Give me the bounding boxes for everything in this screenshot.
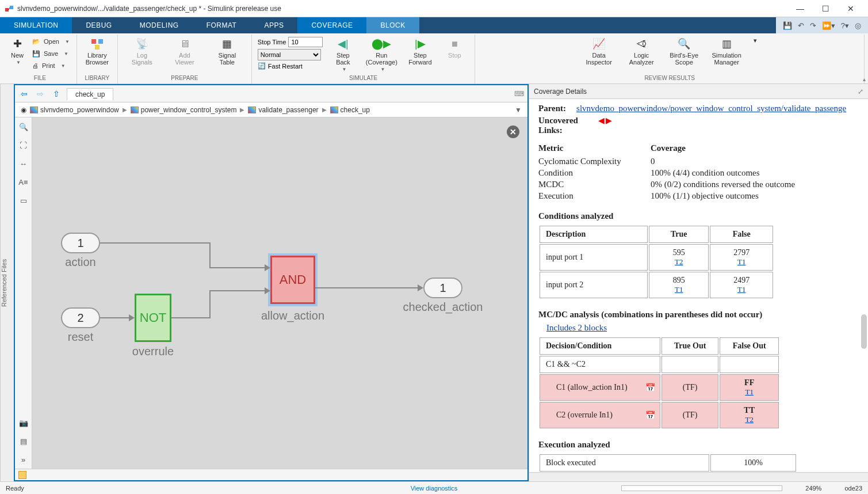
tab-apps[interactable]: APPS [250, 17, 297, 33]
solver-label[interactable]: ode23 [844, 485, 862, 492]
arrowhead-icon [265, 264, 270, 271]
more-icon[interactable]: » [18, 454, 29, 465]
referenced-files-rail[interactable]: Referenced Files [0, 84, 14, 481]
close-highlight-icon[interactable]: ✕ [507, 126, 519, 138]
collapse-toolstrip-icon[interactable]: ▴ [863, 76, 866, 82]
table-icon: ▦ [220, 37, 234, 51]
qat-save-icon[interactable]: 💾 [783, 21, 792, 30]
snapshot-icon[interactable]: 📷 [18, 417, 29, 428]
close-button[interactable]: ✕ [838, 1, 863, 17]
crumb-0[interactable]: slvnvdemo_powerwindow [30, 106, 119, 114]
sim-manager-button[interactable]: ▥Simulation Manager [706, 36, 747, 67]
inport-action[interactable]: 1 [61, 233, 100, 253]
qat-target-icon[interactable]: ◎ [855, 21, 861, 30]
model-icon [131, 107, 139, 113]
qat-help-icon[interactable]: ?▾ [841, 21, 849, 30]
annotate-icon[interactable]: A≡ [18, 176, 29, 188]
fit-icon[interactable]: ⛶ [18, 139, 29, 151]
test-link[interactable]: T1 [745, 387, 753, 396]
outport-checked-action[interactable]: 1 [423, 278, 462, 298]
logic-analyzer-button[interactable]: ⏿Logic Analyzer [621, 36, 662, 67]
tab-modeling[interactable]: MODELING [126, 17, 193, 33]
print-button[interactable]: 🖨 Print▼ [29, 60, 73, 71]
minimize-button[interactable]: — [787, 1, 813, 17]
vertical-scrollbar[interactable] [861, 314, 867, 349]
add-viewer-button[interactable]: 🖥Add Viewer [164, 36, 205, 67]
model-hierarchy-icon[interactable]: ◉ [21, 106, 26, 114]
area-icon[interactable]: ▭ [18, 195, 29, 206]
new-button[interactable]: ✚ New ▼ [7, 36, 28, 66]
tab-simulation[interactable]: SIMULATION [0, 17, 72, 33]
execution-table: Block executed100% [538, 453, 797, 472]
date-icon[interactable]: 📅 [645, 383, 655, 393]
test-link[interactable]: T1 [716, 257, 767, 267]
tab-block[interactable]: BLOCK [366, 17, 419, 33]
explorer-icon[interactable]: ▤ [18, 435, 29, 447]
zoom-level[interactable]: 249% [805, 485, 821, 492]
simulation-mode-select[interactable]: Normal [258, 49, 321, 60]
tab-format[interactable]: FORMAT [193, 17, 251, 33]
qat-redo-icon[interactable]: ↷ [810, 21, 816, 30]
crumb-2[interactable]: validate_passenger [248, 106, 318, 114]
crumb-3[interactable]: check_up [330, 106, 370, 114]
open-button[interactable]: 📂 Open▼ [29, 36, 73, 47]
toolstrip: ✚ New ▼ 📂 Open▼ 💾 Save▼ 🖨 Print▼ FILE Li… [0, 33, 868, 84]
view-diagnostics-link[interactable]: View diagnostics [411, 485, 458, 492]
horizontal-scrollbar[interactable] [529, 472, 868, 481]
library-browser-button[interactable]: Library Browser [81, 36, 114, 67]
table-row: C1 (allow_action In1)📅 (TF) FFT1 [540, 374, 779, 401]
crumb-1[interactable]: power_window_control_system [131, 106, 237, 114]
inport-reset[interactable]: 2 [61, 307, 100, 328]
group-simulate: Stop Time Normal 🔄 Fast Restart ◀|Step B… [252, 35, 476, 83]
qat-undo-icon[interactable]: ↶ [798, 21, 804, 30]
run-button[interactable]: ⬤▶Run (Coverage)▼ [361, 36, 402, 73]
nav-up-button[interactable]: ⇧ [51, 88, 62, 100]
data-inspector-button[interactable]: 📈Data Inspector [578, 36, 620, 67]
signal-table-button[interactable]: ▦Signal Table [207, 36, 248, 67]
parent-label: Parent: [538, 104, 566, 113]
test-link[interactable]: T1 [655, 285, 702, 294]
stop-button[interactable]: ■Stop [438, 36, 471, 60]
save-button[interactable]: 💾 Save▼ [29, 48, 73, 59]
fast-restart-toggle[interactable]: 🔄 Fast Restart [258, 62, 323, 70]
arrow-right-icon[interactable]: ▶ [606, 116, 612, 126]
toolstrip-expand-button[interactable]: ▾ [750, 36, 761, 45]
arrow-left-icon[interactable]: ◀ [598, 116, 605, 126]
tab-coverage[interactable]: COVERAGE [297, 17, 366, 33]
maximize-button[interactable]: ☐ [813, 1, 838, 17]
breadcrumb-dropdown[interactable]: ▼ [515, 106, 522, 114]
progress-bar [621, 485, 782, 491]
test-link[interactable]: T2 [655, 257, 702, 267]
includes-link[interactable]: Includes 2 blocks [538, 323, 856, 333]
step-back-button[interactable]: ◀|Step Back▼ [326, 36, 360, 73]
toolstrip-tabs: SIMULATION DEBUG MODELING FORMAT APPS CO… [0, 17, 868, 33]
step-back-icon: ◀| [336, 37, 350, 51]
block-overrule[interactable]: NOT [135, 294, 171, 342]
tab-debug[interactable]: DEBUG [72, 17, 125, 33]
parent-link[interactable]: slvnvdemo_powerwindow/power_window_contr… [576, 104, 846, 113]
test-link[interactable]: T2 [745, 415, 753, 424]
simulink-canvas[interactable]: ✕ 1 2 NOT AND 1 [32, 117, 527, 469]
zoom-icon[interactable]: 🔍 [18, 121, 29, 132]
document-tab[interactable]: check_up [67, 88, 113, 100]
library-icon [90, 37, 104, 51]
uncovered-arrows[interactable]: ◀▶ [598, 116, 612, 126]
arrowhead-icon [418, 284, 423, 291]
step-forward-button[interactable]: |▶Step Forward [403, 36, 437, 67]
panel-maximize-icon[interactable]: ⤢ [858, 88, 863, 96]
block-allow-action[interactable]: AND [270, 256, 315, 304]
conditions-title: Conditions analyzed [538, 211, 856, 221]
date-icon[interactable]: 📅 [645, 411, 655, 420]
test-link[interactable]: T1 [716, 285, 767, 294]
stop-time-input[interactable] [288, 37, 323, 47]
nav-forward-button[interactable]: ⇨ [35, 88, 46, 100]
coverage-body[interactable]: Parent: slvnvdemo_powerwindow/power_wind… [529, 99, 868, 472]
birds-eye-button[interactable]: 🔍Bird's-Eye Scope [663, 36, 705, 67]
autoarrange-icon[interactable]: ↔ [18, 158, 29, 169]
qat-commands-icon[interactable]: ⏩▾ [822, 21, 835, 30]
log-signals-button[interactable]: 📡Log Signals [121, 36, 163, 67]
nav-back-button[interactable]: ⇦ [18, 88, 30, 100]
keyboard-icon[interactable]: ⌨ [514, 90, 524, 98]
canvas-badge-icon[interactable] [18, 471, 26, 479]
inspector-icon: 📈 [592, 37, 606, 51]
